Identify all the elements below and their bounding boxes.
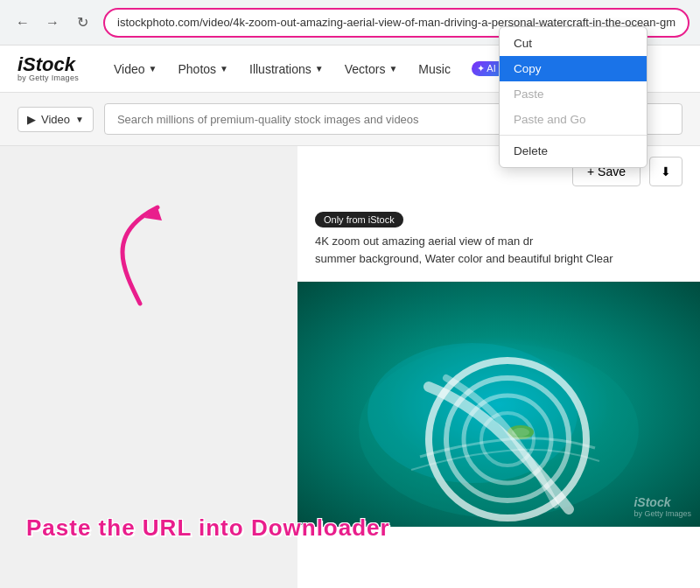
video-title: 4K zoom out amazing aerial view of man d… xyxy=(315,233,682,267)
reload-button[interactable]: ↻ xyxy=(70,10,94,35)
left-area: Paste the URL into Downloader xyxy=(0,146,298,588)
paste-url-annotation: Paste the URL into Downloader xyxy=(26,514,390,542)
forward-button[interactable]: → xyxy=(40,10,65,35)
context-menu-paste-and-go[interactable]: Paste and Go xyxy=(500,107,647,132)
istock-nav: Video ▼ Photos ▼ Illustrations ▼ Vectors… xyxy=(105,56,525,81)
video-filter[interactable]: ▶ Video ▼ xyxy=(18,107,94,132)
context-menu-cut[interactable]: Cut xyxy=(500,31,647,56)
browser-chrome: ← → ↻ Cut Copy Paste Paste and Go Delete xyxy=(0,0,700,46)
watercraft-image: iStock by Getty Images xyxy=(298,282,700,527)
video-meta: Only from iStock 4K zoom out amazing aer… xyxy=(298,197,700,282)
arrow-annotation xyxy=(88,199,192,316)
chevron-down-icon: ▼ xyxy=(75,115,84,124)
istock-content: Paste the URL into Downloader + Save ⬇ O… xyxy=(0,146,700,588)
back-button[interactable]: ← xyxy=(10,10,35,35)
chevron-down-icon: ▼ xyxy=(388,64,397,74)
nav-music[interactable]: Music xyxy=(410,57,459,81)
context-menu-delete[interactable]: Delete xyxy=(500,138,647,164)
nav-video[interactable]: Video ▼ xyxy=(105,57,165,81)
watercraft-overlay: iStock by Getty Images xyxy=(634,495,691,518)
context-menu-copy[interactable]: Copy xyxy=(500,56,647,81)
nav-vectors[interactable]: Vectors ▼ xyxy=(336,57,407,81)
download-icon: ⬇ xyxy=(661,164,671,178)
nav-illustrations[interactable]: Illustrations ▼ xyxy=(241,57,332,81)
watercraft-swirl-svg xyxy=(298,282,700,527)
only-from-badge: Only from iStock xyxy=(315,212,403,228)
context-menu: Cut Copy Paste Paste and Go Delete xyxy=(499,26,648,168)
istock-logo-main: iStock xyxy=(18,55,79,74)
chevron-down-icon: ▼ xyxy=(315,64,324,74)
context-menu-paste[interactable]: Paste xyxy=(500,81,647,107)
istock-logo: iStock by Getty Images xyxy=(18,55,79,82)
download-button[interactable]: ⬇ xyxy=(649,157,682,186)
arrow-svg xyxy=(88,199,192,312)
nav-buttons: ← → ↻ xyxy=(10,10,94,35)
nav-photos[interactable]: Photos ▼ xyxy=(170,57,238,81)
chevron-down-icon: ▼ xyxy=(149,64,158,74)
context-menu-divider xyxy=(500,135,647,136)
chevron-down-icon: ▼ xyxy=(220,64,228,74)
video-icon: ▶ xyxy=(27,113,36,126)
istock-logo-sub: by Getty Images xyxy=(18,74,79,82)
